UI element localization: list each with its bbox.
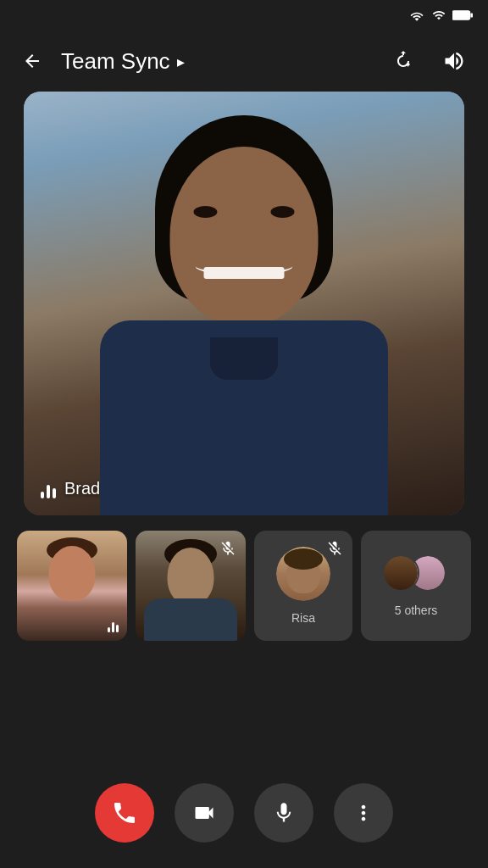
participant-card-2[interactable]: [136, 531, 246, 641]
svg-rect-0: [452, 11, 470, 19]
body-shape: [100, 320, 388, 515]
participant-2-mute-icon: [217, 537, 239, 559]
audio-bars: [41, 480, 56, 498]
back-button[interactable]: [17, 46, 47, 76]
participant-card-1[interactable]: [17, 531, 127, 641]
grouped-avatars: [382, 554, 450, 595]
status-bar: [0, 0, 488, 31]
risa-name: Risa: [291, 611, 315, 625]
header-title-group[interactable]: Team Sync ▸: [61, 48, 373, 75]
header-actions: [386, 44, 471, 78]
thumbnails-row: Risa 5 others: [0, 515, 488, 649]
switch-camera-button[interactable]: [386, 44, 420, 78]
controls-bar: [0, 783, 488, 843]
participant-card-others[interactable]: 5 others: [361, 531, 471, 641]
microphone-button[interactable]: [254, 783, 313, 843]
chevron-right-icon: ▸: [177, 53, 185, 71]
svg-rect-1: [470, 13, 473, 17]
risa-mute-icon: [324, 537, 346, 559]
main-video-background: [24, 92, 464, 515]
face-shape: [170, 147, 319, 325]
risa-avatar: [276, 547, 330, 601]
wifi-icon: [408, 8, 425, 22]
audio-bar-2: [47, 485, 50, 498]
camera-button[interactable]: [175, 783, 234, 843]
battery-icon: [452, 9, 473, 21]
participant-1-audio: [108, 619, 119, 632]
call-title: Team Sync: [61, 48, 170, 75]
audio-bar-3: [53, 488, 56, 498]
end-call-button[interactable]: [95, 783, 154, 843]
more-options-button[interactable]: [334, 783, 393, 843]
header: Team Sync ▸: [0, 31, 488, 92]
signal-icon: [432, 8, 446, 22]
audio-bar-1: [41, 492, 44, 498]
others-count-label: 5 others: [395, 604, 438, 617]
participant-card-risa[interactable]: Risa: [254, 531, 352, 641]
main-video: Bradley Meyer: [24, 92, 464, 515]
speaker-button[interactable]: [437, 44, 471, 78]
grouped-avatar-1: [382, 554, 419, 592]
